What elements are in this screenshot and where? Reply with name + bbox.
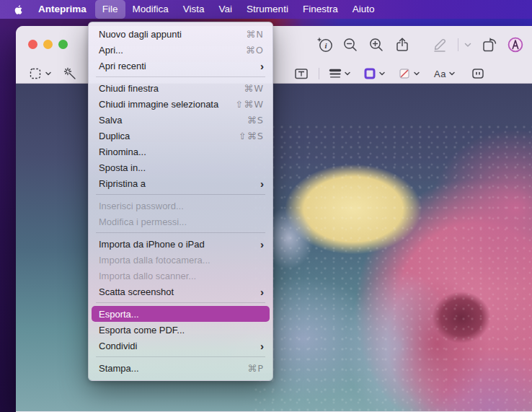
- menu-separator: [96, 232, 265, 233]
- minimize-window-button[interactable]: [43, 40, 53, 49]
- menu-item-rinomina[interactable]: Rinomina...: [92, 144, 270, 159]
- menu-separator: [96, 194, 265, 195]
- fill-color-icon[interactable]: [396, 65, 423, 82]
- submenu-chevron-icon: ›: [260, 239, 264, 250]
- menubar-item-aiuto[interactable]: Aiuto: [345, 0, 382, 19]
- menu-item-modifica-i-permessi: Modifica i permessi...: [92, 214, 270, 229]
- rotate-icon[interactable]: [479, 35, 500, 54]
- chevron-down-icon[interactable]: [461, 35, 474, 54]
- menubar-item-vista[interactable]: Vista: [176, 0, 212, 19]
- menu-item-duplica[interactable]: Duplica⇧⌘S: [92, 128, 270, 144]
- menu-item-label: Esporta...: [99, 309, 139, 320]
- menu-item-label: Rinomina...: [99, 146, 146, 157]
- annotate-a-icon[interactable]: [505, 35, 526, 54]
- zoom-out-icon[interactable]: [340, 35, 361, 54]
- menu-item-esporta[interactable]: Esporta...: [92, 306, 270, 322]
- menubar-item-file[interactable]: File: [95, 0, 125, 19]
- menubar: AnteprimaFileModificaVistaVaiStrumentiFi…: [0, 0, 532, 19]
- menu-item-nuovo-dagli-appunti[interactable]: Nuovo dagli appunti⌘N: [92, 26, 270, 42]
- text-box-icon[interactable]: [291, 65, 311, 82]
- shape-style-icon[interactable]: [327, 65, 354, 82]
- desktop: i: [0, 0, 532, 412]
- menu-item-importa-dallo-scanner: Importa dallo scanner...: [92, 268, 270, 284]
- border-color-icon[interactable]: [361, 65, 389, 82]
- menu-item-shortcut: ⇧⌘W: [235, 99, 264, 110]
- rose-photo: [254, 124, 532, 411]
- menubar-item-modifica[interactable]: Modifica: [125, 0, 176, 19]
- menu-item-label: Importa dalla fotocamera...: [99, 255, 210, 266]
- menubar-items: AnteprimaFileModificaVistaVaiStrumentiFi…: [31, 0, 381, 19]
- selection-rect-icon[interactable]: [26, 65, 55, 82]
- menu-item-label: Scatta screenshot: [99, 286, 174, 297]
- menu-separator: [96, 76, 265, 77]
- menu-item-shortcut: ⌘N: [246, 29, 264, 40]
- menu-item-shortcut: ⌘S: [247, 115, 264, 126]
- menu-item-salva[interactable]: Salva⌘S: [92, 112, 270, 128]
- menu-item-shortcut: ⌘W: [244, 83, 264, 94]
- file-menu: Nuovo dagli appunti⌘NApri...⌘OApri recen…: [88, 22, 273, 381]
- text-style-icon[interactable]: Aa: [432, 65, 458, 82]
- menu-item-importa-dalla-fotocamera: Importa dalla fotocamera...: [92, 252, 270, 268]
- traffic-lights: [28, 40, 68, 49]
- toolbar-actions: i: [309, 35, 526, 54]
- zoom-in-icon[interactable]: [365, 35, 387, 54]
- menu-item-label: Ripristina a: [99, 178, 146, 189]
- menu-separator: [96, 356, 265, 357]
- menu-item-label: Salva: [99, 115, 123, 126]
- markup-tools-left: [26, 63, 79, 84]
- toolbar-separator: [458, 38, 458, 51]
- text-style-label: Aa: [434, 69, 446, 79]
- menu-item-condividi[interactable]: Condividi›: [92, 338, 270, 354]
- menu-item-label: Esporta come PDF...: [99, 325, 185, 336]
- menubar-item-finestra[interactable]: Finestra: [296, 0, 345, 19]
- submenu-chevron-icon: ›: [260, 61, 264, 71]
- menu-item-sposta-in[interactable]: Sposta in...: [92, 159, 270, 175]
- menu-item-esporta-come-pdf[interactable]: Esporta come PDF...: [92, 322, 270, 338]
- menu-item-apri-recenti[interactable]: Apri recenti›: [92, 58, 270, 74]
- menu-item-label: Apri recenti: [99, 61, 146, 71]
- menu-item-inserisci-password: Inserisci password...: [92, 198, 270, 214]
- close-window-button[interactable]: [28, 40, 37, 49]
- menubar-item-vai[interactable]: Vai: [212, 0, 240, 19]
- submenu-chevron-icon: ›: [260, 286, 264, 297]
- menu-item-importa-da-iphone-o-ipad[interactable]: Importa da iPhone o iPad›: [92, 236, 270, 252]
- menu-separator: [96, 302, 265, 303]
- menubar-item-anteprima[interactable]: Anteprima: [31, 0, 94, 19]
- menu-item-chiudi-immagine-selezionata[interactable]: Chiudi immagine selezionata⇧⌘W: [92, 96, 270, 112]
- zoom-window-button[interactable]: [58, 40, 68, 49]
- submenu-chevron-icon: ›: [260, 178, 264, 189]
- menu-item-apri[interactable]: Apri...⌘O: [92, 42, 270, 58]
- markup-tools-right: Aa: [291, 63, 487, 84]
- menu-item-label: Nuovo dagli appunti: [99, 29, 182, 40]
- markup-pencil-icon[interactable]: [429, 35, 451, 54]
- svg-text:i: i: [324, 41, 327, 50]
- apple-icon[interactable]: [7, 0, 31, 19]
- menu-item-label: Duplica: [99, 131, 130, 141]
- menu-item-label: Inserisci password...: [99, 201, 184, 211]
- menu-item-label: Importa da iPhone o iPad: [99, 239, 205, 250]
- menu-item-shortcut: ⇧⌘S: [239, 131, 264, 141]
- menu-item-label: Stampa...: [99, 363, 139, 374]
- menu-item-shortcut: ⌘P: [247, 363, 264, 374]
- menu-item-label: Sposta in...: [99, 162, 146, 173]
- menu-item-chiudi-finestra[interactable]: Chiudi finestra⌘W: [92, 80, 270, 96]
- menu-item-label: Condividi: [99, 341, 137, 351]
- share-icon[interactable]: [391, 35, 413, 54]
- menu-item-label: Modifica i permessi...: [99, 216, 187, 227]
- menubar-item-strumenti[interactable]: Strumenti: [239, 0, 296, 19]
- menu-item-shortcut: ⌘O: [246, 45, 264, 56]
- toolbar-separator: [319, 68, 319, 79]
- note-icon[interactable]: [469, 65, 487, 82]
- menu-item-label: Importa dallo scanner...: [99, 271, 196, 281]
- submenu-chevron-icon: ›: [260, 341, 264, 351]
- menu-item-label: Chiudi immagine selezionata: [99, 99, 218, 110]
- menu-item-label: Apri...: [99, 45, 123, 56]
- menu-item-ripristina-a[interactable]: Ripristina a›: [92, 175, 270, 191]
- menu-item-scatta-screenshot[interactable]: Scatta screenshot›: [92, 284, 270, 299]
- info-sparkle-icon[interactable]: i: [314, 35, 335, 54]
- instant-alpha-wand-icon[interactable]: [61, 65, 79, 82]
- menu-item-label: Chiudi finestra: [99, 83, 159, 94]
- menu-item-stampa[interactable]: Stampa...⌘P: [92, 360, 270, 376]
